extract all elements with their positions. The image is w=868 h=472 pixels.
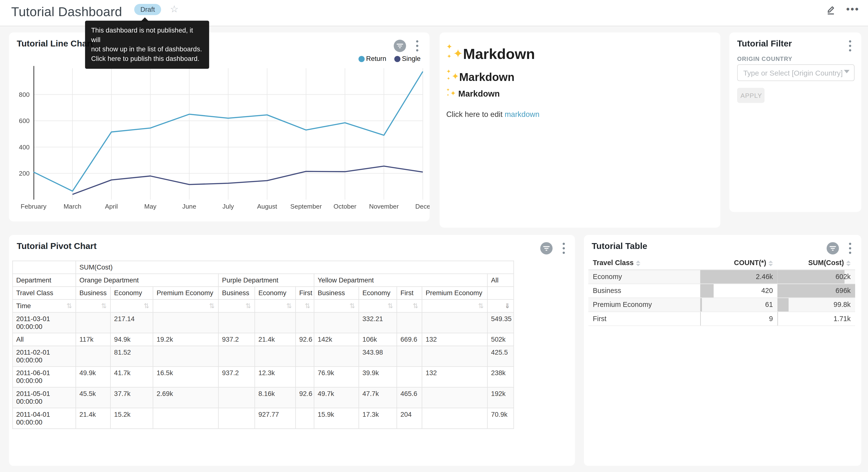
pivot-row: 2011-05-0100:00:0045.5k37.7k2.69k8.16k92… — [12, 387, 514, 408]
pivot-corner-cell — [12, 261, 75, 274]
pivot-value-cell — [153, 346, 219, 366]
tooltip-line: Click here to publish this dashboard. — [91, 54, 203, 64]
sort-icon[interactable]: ⇅ — [66, 302, 72, 310]
pivot-all-header[interactable]: All — [487, 274, 514, 287]
pivot-row: 2011-06-0100:00:0049.9k41.7k16.5k937.212… — [12, 366, 514, 387]
pivot-value-cell: 142k — [314, 333, 359, 346]
filter-badge-icon[interactable] — [540, 242, 553, 254]
filter-badge-icon[interactable] — [394, 40, 406, 52]
sort-desc-icon[interactable]: ⇓ — [504, 302, 510, 310]
table-column-header[interactable]: COUNT(*) — [700, 256, 778, 270]
pivot-group-header[interactable]: Orange Department — [76, 274, 218, 287]
pivot-value-cell — [422, 408, 488, 429]
sort-icon[interactable]: ⇅ — [144, 302, 149, 310]
x-tick-label: July — [222, 203, 234, 210]
sort-icon[interactable]: ⇅ — [101, 302, 107, 310]
pivot-row: 2011-03-0100:00:00217.14332.21549.35 — [12, 312, 514, 333]
chevron-down-icon — [844, 70, 850, 73]
pivot-value-cell: 132 — [422, 366, 488, 387]
markdown-h2: ✦✦✦Markdown — [446, 70, 515, 84]
pivot-chart-card: Tutorial Pivot Chart SUM(Cost)Department… — [9, 235, 575, 466]
sort-icon[interactable]: ⇅ — [209, 302, 215, 310]
pivot-value-cell: 39.9k — [359, 366, 397, 387]
draft-status-badge[interactable]: Draft — [134, 4, 161, 15]
favorite-star-icon[interactable]: ☆ — [170, 3, 179, 15]
metric-cell: 602k — [777, 270, 855, 284]
pivot-sort-cell: ⇅ — [397, 300, 422, 313]
pivot-class-header[interactable]: Economy — [359, 287, 397, 300]
edit-dashboard-button[interactable] — [823, 2, 838, 17]
pivot-class-header[interactable]: Premium Economy — [422, 287, 488, 300]
pencil-icon — [825, 4, 836, 15]
pivot-value-cell — [422, 312, 488, 333]
pivot-sort-cell: ⇅ — [218, 300, 255, 313]
pivot-class-header[interactable]: Business — [314, 287, 359, 300]
pivot-value-cell: 343.98 — [359, 346, 397, 366]
dashboard-viewport: Tutorial Dashboard Draft ☆ ••• This dash… — [0, 0, 868, 472]
table-card: Tutorial Table Travel ClassCOUNT(*)SUM(C… — [584, 235, 861, 466]
sort-icon[interactable]: ⇅ — [286, 302, 292, 310]
pivot-class-header[interactable]: First — [296, 287, 314, 300]
kebab-menu-icon[interactable] — [559, 242, 568, 254]
x-tick-label: June — [182, 203, 196, 210]
travel-class-cell: Premium Economy — [588, 298, 700, 312]
dashboard-menu-button[interactable]: ••• — [846, 2, 860, 17]
pivot-class-header[interactable]: Economy — [255, 287, 296, 300]
pivot-value-cell: 12.3k — [255, 366, 296, 387]
sort-icon[interactable]: ⇅ — [388, 302, 393, 310]
sort-icon[interactable]: ⇅ — [413, 302, 418, 310]
pivot-class-header[interactable]: Economy — [111, 287, 153, 300]
pivot-value-cell: 92.6 — [296, 387, 314, 408]
kebab-menu-icon[interactable] — [846, 40, 855, 52]
table-column-header[interactable]: Travel Class — [588, 256, 700, 270]
pivot-group-header[interactable]: Yellow Department — [314, 274, 487, 287]
line-chart-card: Tutorial Line Chart ReturnSingle Februar… — [9, 32, 430, 222]
pivot-value-cell — [255, 312, 296, 333]
cell-bar — [777, 312, 778, 325]
pivot-class-header[interactable]: Premium Economy — [153, 287, 219, 300]
markdown-card[interactable]: ✦✦✦Markdown ✦✦✦Markdown ✦✦✦ Markdown Cli… — [440, 32, 720, 228]
line-chart[interactable]: FebruaryMarchAprilMayJuneJulyAugustSepte… — [9, 64, 430, 216]
pivot-value-cell: 21.4k — [255, 333, 296, 346]
legend-item-return[interactable]: Return — [358, 55, 386, 63]
sort-caret-icon[interactable] — [636, 261, 640, 266]
sort-icon[interactable]: ⇅ — [478, 302, 484, 310]
sort-caret-icon[interactable] — [846, 261, 850, 266]
table-column-header[interactable]: SUM(Cost) — [777, 256, 855, 270]
x-tick-label: November — [369, 203, 399, 210]
pivot-class-header[interactable]: Business — [218, 287, 255, 300]
pivot-value-cell: 669.6 — [397, 333, 422, 346]
kebab-menu-icon[interactable] — [413, 40, 422, 52]
pivot-sort-cell: ⇅ — [296, 300, 314, 313]
legend-label: Return — [366, 55, 386, 63]
pivot-value-cell — [76, 312, 111, 333]
legend-item-single[interactable]: Single — [394, 55, 421, 63]
pivot-value-cell: 47.7k — [359, 387, 397, 408]
sort-caret-icon[interactable] — [769, 261, 773, 266]
sort-icon[interactable]: ⇅ — [246, 302, 251, 310]
pivot-value-cell — [153, 408, 219, 429]
pivot-value-cell: 192k — [487, 387, 514, 408]
pivot-class-header[interactable]: Business — [76, 287, 111, 300]
pivot-time-header[interactable]: Time⇅ — [12, 300, 75, 313]
table-card-title: Tutorial Table — [592, 241, 647, 251]
markdown-edit-link[interactable]: markdown — [505, 110, 539, 118]
cell-bar — [777, 270, 844, 284]
pivot-value-cell — [397, 366, 422, 387]
pivot-sort-cell: ⇅ — [76, 300, 111, 313]
filter-badge-icon[interactable] — [827, 242, 839, 254]
pivot-group-header[interactable]: Purple Department — [218, 274, 314, 287]
pivot-department-header: Department — [12, 274, 75, 287]
line-chart-title: Tutorial Line Chart — [17, 39, 93, 49]
origin-country-select[interactable]: Type or Select [Origin Country] — [737, 64, 855, 81]
pivot-class-header[interactable]: First — [397, 287, 422, 300]
sort-icon[interactable]: ⇅ — [349, 302, 355, 310]
pivot-chart-title: Tutorial Pivot Chart — [17, 241, 97, 251]
sort-icon[interactable]: ⇅ — [305, 302, 310, 310]
pivot-class-header — [487, 287, 514, 300]
kebab-menu-icon[interactable] — [846, 242, 855, 254]
pivot-travel-class-header: Travel Class — [12, 287, 75, 300]
apply-button[interactable]: APPLY — [737, 88, 765, 103]
tooltip-line: not show up in the list of dashboards. — [91, 45, 203, 54]
pivot-sort-cell: ⇅ — [255, 300, 296, 313]
